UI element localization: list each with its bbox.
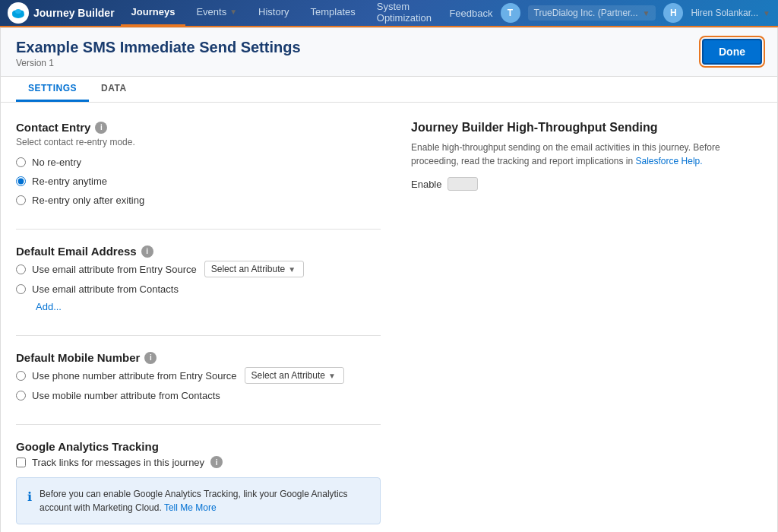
default-email-info-icon[interactable]: i [141, 245, 153, 258]
reentry-anytime-row: ➤ Re-entry anytime [16, 176, 381, 187]
nav-events[interactable]: Events ▼ [185, 0, 248, 27]
ga-tell-me-more-link[interactable]: Tell Me More [164, 502, 217, 513]
high-throughput-desc: Enable high-throughput sending on the em… [411, 141, 762, 168]
radio-reentry-anytime[interactable]: Re-entry anytime [16, 176, 107, 187]
section-divider-2 [16, 335, 381, 336]
user-avatar-small: T [501, 3, 520, 23]
nav-templates[interactable]: Templates [300, 0, 366, 27]
ga-info-box-icon: ℹ [27, 488, 32, 506]
left-panel: Contact Entry i Select contact re-entry … [16, 121, 381, 532]
page-title-block: Example SMS Immediate Send Settings Vers… [16, 39, 301, 68]
google-analytics-section: Google Analytics Tracking Track links fo… [16, 440, 381, 524]
default-mobile-section: Default Mobile Number i Use phone number… [16, 351, 381, 401]
done-button[interactable]: Done [702, 39, 762, 65]
org-dropdown-icon: ▼ [642, 9, 650, 17]
page-container: Example SMS Immediate Send Settings Vers… [0, 27, 778, 532]
email-contacts-label[interactable]: Use email attribute from Contacts [16, 283, 179, 295]
contact-entry-title: Contact Entry i [16, 121, 381, 134]
nav-right: Feedback T TrueDialog Inc. (Partner... ▼… [449, 3, 770, 23]
ga-track-checkbox[interactable] [16, 458, 26, 467]
user-menu[interactable]: Hiren Solankar... ▼ [691, 8, 770, 18]
app-name: Journey Builder [33, 7, 115, 19]
right-panel: Journey Builder High-Throughput Sending … [411, 121, 762, 532]
mobile-contacts-label[interactable]: Use mobile number attribute from Contact… [16, 390, 220, 401]
feedback-link[interactable]: Feedback [449, 8, 492, 19]
radio-reentry-after-exiting[interactable]: Re-entry only after exiting [16, 195, 381, 206]
salesforce-logo [8, 2, 29, 24]
contact-entry-subtitle: Select contact re-entry mode. [16, 137, 381, 147]
ga-track-label: Track links for messages in this journey [32, 457, 204, 468]
nav-journeys[interactable]: Journeys [121, 0, 186, 27]
default-mobile-title: Default Mobile Number i [16, 351, 381, 364]
tab-data[interactable]: DATA [89, 77, 139, 102]
email-attribute-select[interactable]: Select an Attribute ▼ [204, 261, 304, 277]
mobile-select-chevron: ▼ [328, 372, 336, 380]
mobile-entry-source-row: Use phone number attribute from Entry So… [16, 367, 381, 384]
contact-entry-section: Contact Entry i Select contact re-entry … [16, 121, 381, 206]
org-switcher[interactable]: TrueDialog Inc. (Partner... ▼ [528, 5, 656, 21]
ga-info-icon[interactable]: i [210, 456, 223, 468]
section-divider-3 [16, 424, 381, 425]
google-analytics-title: Google Analytics Tracking [16, 440, 381, 453]
email-select-chevron: ▼ [288, 265, 296, 274]
radio-no-reentry[interactable]: No re-entry [16, 157, 381, 168]
mobile-contacts-row: Use mobile number attribute from Contact… [16, 390, 381, 401]
main-content: Contact Entry i Select contact re-entry … [1, 103, 777, 532]
default-email-section: Default Email Address i Use email attrib… [16, 245, 381, 312]
page-title: Example SMS Immediate Send Settings [16, 39, 301, 56]
email-add-link[interactable]: Add... [36, 301, 62, 312]
email-contacts-row: Use email attribute from Contacts [16, 283, 381, 295]
top-nav: Journey Builder Journeys Events ▼ Histor… [0, 0, 778, 27]
section-divider-1 [16, 229, 381, 230]
default-mobile-info-icon[interactable]: i [144, 352, 157, 364]
events-dropdown-icon: ▼ [229, 8, 237, 16]
nav-history[interactable]: History [248, 0, 299, 27]
high-throughput-title: Journey Builder High-Throughput Sending [411, 121, 762, 135]
ga-info-box: ℹ Before you can enable Google Analytics… [16, 477, 381, 524]
mobile-entry-source-label[interactable]: Use phone number attribute from Entry So… [16, 370, 237, 382]
enable-row: Enable [411, 177, 762, 191]
email-entry-source-row: Use email attribute from Entry Source Se… [16, 261, 381, 277]
mobile-attribute-select[interactable]: Select an Attribute ▼ [245, 367, 344, 384]
page-version: Version 1 [16, 58, 301, 68]
enable-label: Enable [411, 179, 441, 190]
app-logo[interactable]: Journey Builder [8, 2, 115, 24]
svg-point-3 [15, 9, 21, 14]
user-avatar: H [663, 3, 683, 23]
default-email-title: Default Email Address i [16, 245, 381, 258]
tab-settings[interactable]: SETTINGS [16, 77, 89, 102]
nav-system-optimization[interactable]: System Optimization [366, 0, 450, 27]
enable-checkbox[interactable] [448, 177, 478, 191]
nav-items: Journeys Events ▼ History Templates Syst… [121, 0, 450, 27]
email-entry-source-label[interactable]: Use email attribute from Entry Source [16, 264, 197, 275]
contact-entry-info-icon[interactable]: i [95, 122, 107, 134]
user-dropdown-icon: ▼ [763, 9, 770, 17]
tab-bar: SETTINGS DATA [1, 77, 777, 103]
ga-track-links-row[interactable]: Track links for messages in this journey… [16, 456, 381, 468]
salesforce-help-link[interactable]: Salesforce Help. [636, 156, 703, 166]
page-header: Example SMS Immediate Send Settings Vers… [1, 28, 777, 77]
contact-entry-radio-group: No re-entry ➤ Re-entry anytime Re-entry … [16, 157, 381, 206]
